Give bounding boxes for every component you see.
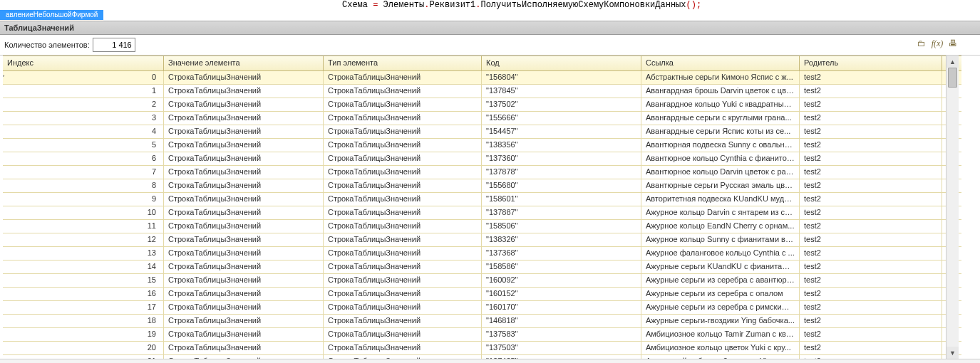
table-row[interactable]: 6СтрокаТаблицыЗначенийСтрокаТаблицыЗначе… [3, 152, 961, 166]
table-row[interactable]: 15СтрокаТаблицыЗначенийСтрокаТаблицыЗнач… [3, 274, 961, 288]
code-line: Схема = Элементы.Реквизит1.ПолучитьИспол… [0, 0, 980, 10]
cell-type: СтрокаТаблицыЗначений [324, 112, 482, 125]
cell-type: СтрокаТаблицыЗначений [324, 85, 482, 98]
cell-value: СтрокаТаблицыЗначений [164, 71, 324, 84]
cell-index: 20 [3, 342, 164, 354]
cell-index: 3 [3, 112, 164, 125]
cell-code: "138326" [482, 233, 641, 246]
cell-parent: test2 [800, 85, 942, 98]
cell-link: Авантюрные серьги Русская эмаль цве... [641, 179, 800, 192]
fx-icon[interactable]: f(x) [932, 38, 943, 49]
scroll-thumb[interactable] [948, 68, 957, 88]
cell-link: Авангардные серьги с круглыми грана... [641, 112, 800, 125]
header-parent[interactable]: Родитель [800, 56, 942, 70]
table-row[interactable]: 9СтрокаТаблицыЗначенийСтрокаТаблицыЗначе… [3, 193, 961, 206]
table-row[interactable]: 17СтрокаТаблицыЗначенийСтрокаТаблицыЗнач… [3, 301, 961, 315]
cell-code: "137583" [482, 328, 641, 341]
cell-parent: test2 [800, 288, 942, 300]
cell-parent: test2 [800, 301, 942, 314]
table-row[interactable]: ▸0СтрокаТаблицыЗначенийСтрокаТаблицыЗнач… [3, 71, 961, 85]
table-row[interactable]: 8СтрокаТаблицыЗначенийСтрокаТаблицыЗначе… [3, 179, 961, 193]
header-value[interactable]: Значение элемента [164, 56, 324, 70]
header-link[interactable]: Ссылка [641, 56, 800, 70]
cell-type: СтрокаТаблицыЗначений [324, 233, 482, 246]
cell-type: СтрокаТаблицыЗначений [324, 328, 482, 341]
table-row[interactable]: 18СтрокаТаблицыЗначенийСтрокаТаблицыЗнач… [3, 315, 961, 328]
cell-index: 9 [3, 193, 164, 206]
cell-index: 17 [3, 301, 164, 314]
table-row[interactable]: 3СтрокаТаблицыЗначенийСтрокаТаблицыЗначе… [3, 112, 961, 125]
cell-code: "137360" [482, 152, 641, 165]
cell-parent: test2 [800, 261, 942, 273]
print-icon[interactable]: 🖶 [947, 38, 959, 49]
table-row[interactable]: 14СтрокаТаблицыЗначенийСтрокаТаблицыЗнач… [3, 261, 961, 274]
cell-index: 7 [3, 166, 164, 179]
cell-value: СтрокаТаблицыЗначений [164, 139, 324, 152]
scroll-track[interactable] [947, 68, 959, 347]
cell-link: Авантюрное кольцо Cynthia с фианитов... [641, 152, 800, 165]
count-input[interactable] [93, 38, 135, 52]
table-row[interactable]: 12СтрокаТаблицыЗначенийСтрокаТаблицыЗнач… [3, 233, 961, 247]
table-row[interactable]: 11СтрокаТаблицыЗначенийСтрокаТаблицыЗнач… [3, 220, 961, 233]
cell-type: СтрокаТаблицыЗначений [324, 166, 482, 179]
table-row[interactable]: 19СтрокаТаблицыЗначенийСтрокаТаблицыЗнач… [3, 328, 961, 342]
cell-link: Ажурное кольцо Darvin с янтарем из се... [641, 206, 800, 219]
cell-index: 10 [3, 206, 164, 219]
cell-value: СтрокаТаблицыЗначений [164, 179, 324, 192]
cell-index: 8 [3, 179, 164, 192]
header-code[interactable]: Код [482, 56, 641, 70]
table-row[interactable]: 4СтрокаТаблицыЗначенийСтрокаТаблицыЗначе… [3, 125, 961, 139]
cell-code: "158506" [482, 220, 641, 233]
active-tab[interactable]: авлениеНебольшойФирмой [0, 10, 103, 20]
cell-parent: test2 [800, 247, 942, 260]
cell-value: СтрокаТаблицыЗначений [164, 85, 324, 98]
header-type[interactable]: Тип элемента [324, 56, 482, 70]
table-row[interactable]: 7СтрокаТаблицыЗначенийСтрокаТаблицыЗначе… [3, 166, 961, 179]
cell-code: "138356" [482, 139, 641, 152]
cell-index: 14 [3, 261, 164, 273]
cell-parent: test2 [800, 112, 942, 125]
header-index[interactable]: Индекс [3, 56, 164, 70]
cell-value: СтрокаТаблицыЗначений [164, 355, 324, 359]
cell-link: Авторитетная подвеска KUandKU мудр... [641, 193, 800, 206]
cell-parent: test2 [800, 355, 942, 359]
scroll-down-icon[interactable]: ▼ [947, 347, 959, 359]
cell-type: СтрокаТаблицыЗначений [324, 152, 482, 165]
cell-index: 6 [3, 152, 164, 165]
count-label: Количество элементов: [4, 41, 90, 49]
table-row[interactable]: 16СтрокаТаблицыЗначенийСтрокаТаблицыЗнач… [3, 288, 961, 301]
cell-type: СтрокаТаблицыЗначений [324, 179, 482, 192]
cell-code: "146818" [482, 315, 641, 327]
cell-parent: test2 [800, 139, 942, 152]
cell-link: Авангардная брошь Darvin цветок с цве... [641, 85, 800, 98]
cell-link: Ажурное кольцо Sunny с фианитами в у... [641, 233, 800, 246]
cell-value: СтрокаТаблицыЗначений [164, 288, 324, 300]
cell-type: СтрокаТаблицыЗначений [324, 288, 482, 300]
cell-index: 13 [3, 247, 164, 260]
count-bar: Количество элементов: 🗀 f(x) 🖶 [0, 35, 980, 56]
table-row[interactable]: 13СтрокаТаблицыЗначенийСтрокаТаблицыЗнач… [3, 247, 961, 261]
cell-type: СтрокаТаблицыЗначений [324, 355, 482, 359]
table-row[interactable]: 5СтрокаТаблицыЗначенийСтрокаТаблицыЗначе… [3, 139, 961, 152]
vertical-scrollbar[interactable]: ▲ ▼ [946, 56, 959, 359]
cell-type: СтрокаТаблицыЗначений [324, 71, 482, 84]
table-row[interactable]: 20СтрокаТаблицыЗначенийСтрокаТаблицыЗнач… [3, 342, 961, 355]
cell-code: "137503" [482, 342, 641, 354]
cell-type: СтрокаТаблицыЗначений [324, 220, 482, 233]
cell-link: Ажурные серьги из серебра с опалом [641, 288, 800, 300]
cell-parent: test2 [800, 220, 942, 233]
cell-type: СтрокаТаблицыЗначений [324, 125, 482, 138]
calc-icon[interactable]: 🗀 [916, 38, 927, 49]
table-row[interactable]: 2СтрокаТаблицыЗначенийСтрокаТаблицыЗначе… [3, 98, 961, 112]
cell-type: СтрокаТаблицыЗначений [324, 274, 482, 287]
status-bar [0, 359, 980, 363]
table-row[interactable]: 21СтрокаТаблицыЗначенийСтрокаТаблицыЗнач… [3, 355, 961, 359]
table-row[interactable]: 10СтрокаТаблицыЗначенийСтрокаТаблицыЗнач… [3, 206, 961, 220]
cell-value: СтрокаТаблицыЗначений [164, 125, 324, 138]
cell-link: Авантюрное кольцо Darvin цветок с раз... [641, 166, 800, 179]
cell-type: СтрокаТаблицыЗначений [324, 139, 482, 152]
scroll-up-icon[interactable]: ▲ [947, 56, 959, 68]
table-row[interactable]: 1СтрокаТаблицыЗначенийСтрокаТаблицыЗначе… [3, 85, 961, 98]
cell-type: СтрокаТаблицыЗначений [324, 315, 482, 327]
cell-code: "156804" [482, 71, 641, 84]
